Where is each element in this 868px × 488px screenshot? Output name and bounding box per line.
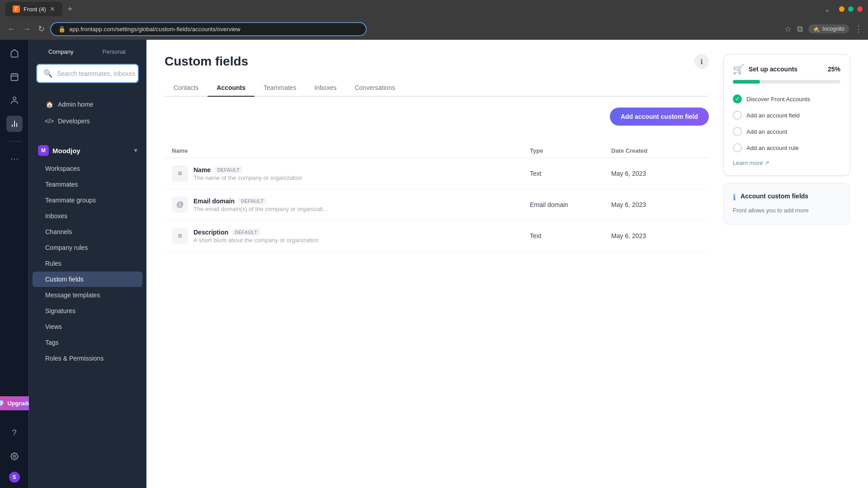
sidebar-item-custom-fields[interactable]: Custom fields bbox=[33, 272, 142, 287]
forward-button[interactable]: → bbox=[21, 23, 33, 36]
chart-icon[interactable] bbox=[6, 116, 23, 132]
setup-item-label-field: Add an account field bbox=[746, 112, 800, 119]
setup-item-label-discover: Discover Front Accounts bbox=[746, 96, 810, 103]
minimize-button[interactable] bbox=[839, 6, 844, 12]
app-toolbar: ⋯ 💎 Upgrade ? S bbox=[0, 40, 29, 488]
default-badge: DEFAULT bbox=[214, 166, 242, 174]
channels-label: Channels bbox=[45, 228, 72, 235]
company-rules-label: Company rules bbox=[45, 244, 88, 251]
company-button[interactable]: Company bbox=[36, 45, 86, 58]
field-info: Description DEFAULT A short blurb about … bbox=[193, 229, 319, 244]
toolbar-separator bbox=[7, 141, 22, 141]
field-icon-email: @ bbox=[172, 197, 188, 213]
sidebar-item-signatures[interactable]: Signatures bbox=[33, 303, 142, 319]
calendar-icon[interactable] bbox=[6, 69, 23, 85]
search-icon: 🔍 bbox=[43, 69, 52, 78]
sidebar-item-admin-home[interactable]: 🏠 Admin home bbox=[33, 96, 142, 113]
sidebar-item-inboxes[interactable]: Inboxes bbox=[33, 208, 142, 224]
close-button[interactable] bbox=[857, 6, 863, 12]
setup-item-add-account[interactable]: Add an account bbox=[733, 123, 840, 140]
field-type: Text bbox=[530, 170, 611, 177]
incognito-label: Incognito bbox=[822, 26, 844, 32]
tab-teammates[interactable]: Teammates bbox=[255, 80, 305, 97]
reload-button[interactable]: ↻ bbox=[36, 22, 47, 36]
info-icon: ℹ bbox=[733, 192, 736, 202]
sidebar-item-channels[interactable]: Channels bbox=[33, 224, 142, 239]
help-icon[interactable]: ? bbox=[6, 425, 23, 441]
menu-icon[interactable]: ⋮ bbox=[854, 24, 863, 34]
sidebar-item-teammate-groups[interactable]: Teammate groups bbox=[33, 192, 142, 208]
avatar[interactable]: S bbox=[9, 472, 20, 483]
sidebar-item-roles-permissions[interactable]: Roles & Permissions bbox=[33, 351, 142, 366]
info-card-title: Account custom fields bbox=[741, 192, 808, 200]
company-personal-toggle: Company Personal bbox=[29, 40, 146, 64]
add-account-custom-field-button[interactable]: Add account custom field bbox=[610, 108, 709, 126]
sidebar-item-teammates[interactable]: Teammates bbox=[33, 177, 142, 192]
personal-button[interactable]: Personal bbox=[90, 45, 139, 58]
inbox-icon[interactable] bbox=[6, 45, 23, 61]
tab-close-button[interactable]: ✕ bbox=[50, 5, 55, 13]
contact-icon[interactable] bbox=[6, 92, 23, 108]
incognito-icon: 🕵 bbox=[813, 26, 820, 32]
home-icon: 🏠 bbox=[45, 100, 53, 108]
maximize-button[interactable] bbox=[848, 6, 854, 12]
org-avatar: M bbox=[38, 145, 49, 156]
sidebar-item-company-rules[interactable]: Company rules bbox=[33, 240, 142, 255]
message-templates-label: Message templates bbox=[45, 291, 100, 299]
sidebar-section-org: M Moodjoy ▾ Workspaces Teammates Teammat… bbox=[29, 135, 146, 372]
tab-title: Front (4) bbox=[24, 6, 46, 13]
field-icon-desc: ≡ bbox=[172, 228, 188, 244]
field-icon-name: ≡ bbox=[172, 165, 188, 182]
setup-item-add-field[interactable]: Add an account field bbox=[733, 107, 840, 123]
sidebar-section-main: 🏠 Admin home </> Developers bbox=[29, 90, 146, 135]
info-card-header: ℹ Account custom fields bbox=[733, 192, 840, 202]
table-row[interactable]: ≡ Description DEFAULT A short blurb abou… bbox=[165, 221, 709, 252]
more-icon[interactable]: ⋯ bbox=[6, 150, 23, 167]
window-controls bbox=[839, 6, 863, 12]
sidebar-item-rules[interactable]: Rules bbox=[33, 256, 142, 271]
sidebar-item-message-templates[interactable]: Message templates bbox=[33, 287, 142, 303]
settings-icon[interactable] bbox=[6, 448, 23, 465]
field-type: Email domain bbox=[530, 201, 611, 208]
setup-card-title: Set up accounts bbox=[749, 66, 823, 73]
back-button[interactable]: ← bbox=[5, 23, 17, 36]
search-container: 🔍 bbox=[29, 64, 146, 90]
search-input[interactable] bbox=[57, 70, 136, 77]
field-desc: A short blurb about the company or organ… bbox=[193, 237, 319, 244]
org-toggle[interactable]: M Moodjoy ▾ bbox=[29, 141, 146, 160]
rules-label: Rules bbox=[45, 260, 61, 267]
learn-more-link[interactable]: Learn more ↗ bbox=[733, 160, 840, 166]
check-todo-icon bbox=[733, 127, 742, 136]
admin-home-label: Admin home bbox=[58, 101, 94, 108]
tab-inboxes[interactable]: Inboxes bbox=[305, 80, 345, 97]
sidebar-item-tags[interactable]: Tags bbox=[33, 335, 142, 350]
info-button[interactable]: ℹ bbox=[694, 54, 709, 69]
right-panel: 🛒 Set up accounts 25% ✓ Discover Front A… bbox=[723, 54, 850, 474]
field-name-cell: @ Email domain DEFAULT The email domain(… bbox=[172, 197, 530, 213]
browser-tab[interactable]: F Front (4) ✕ bbox=[5, 2, 62, 16]
sidebar-item-workspaces[interactable]: Workspaces bbox=[33, 161, 142, 176]
upgrade-label: Upgrade bbox=[7, 400, 31, 407]
new-tab-button[interactable]: + bbox=[68, 5, 73, 14]
table-row[interactable]: ≡ Name DEFAULT The name of the company o… bbox=[165, 158, 709, 189]
sidebar-item-views[interactable]: Views bbox=[33, 319, 142, 334]
tab-accounts[interactable]: Accounts bbox=[208, 80, 255, 97]
field-type: Text bbox=[530, 232, 611, 239]
tab-contacts[interactable]: Contacts bbox=[165, 80, 208, 97]
star-icon[interactable]: ☆ bbox=[784, 24, 792, 34]
setup-item-label-rule: Add an account rule bbox=[746, 145, 799, 151]
chevron-icon: ▾ bbox=[134, 147, 137, 154]
setup-card: 🛒 Set up accounts 25% ✓ Discover Front A… bbox=[723, 54, 850, 176]
sidebar-item-developers[interactable]: </> Developers bbox=[33, 113, 142, 129]
setup-item-add-rule[interactable]: Add an account rule bbox=[733, 140, 840, 156]
incognito-badge: 🕵 Incognito bbox=[808, 24, 849, 33]
tab-conversations[interactable]: Conversations bbox=[345, 80, 404, 97]
teammates-label: Teammates bbox=[45, 181, 78, 188]
extension-icon[interactable]: ⧉ bbox=[797, 24, 803, 34]
tab-favicon: F bbox=[13, 5, 20, 13]
info-card-text: Front allows you to add more bbox=[733, 206, 840, 215]
address-bar[interactable]: 🔒 app.frontapp.com/settings/global/custo… bbox=[50, 22, 367, 36]
inboxes-label: Inboxes bbox=[45, 212, 67, 220]
table-row[interactable]: @ Email domain DEFAULT The email domain(… bbox=[165, 189, 709, 221]
check-todo-icon bbox=[733, 143, 742, 152]
